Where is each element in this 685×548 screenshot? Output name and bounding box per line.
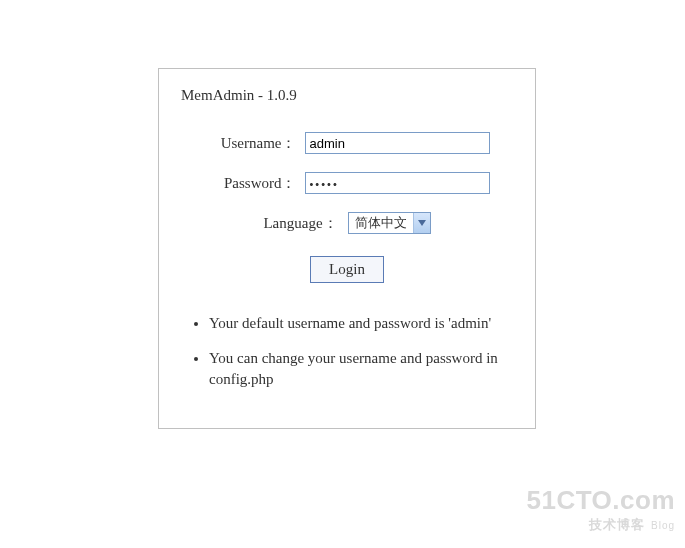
notes-list: Your default username and password is 'a…: [181, 313, 513, 390]
password-input[interactable]: •••••: [305, 172, 490, 194]
note-item: You can change your username and passwor…: [209, 348, 503, 390]
chevron-down-icon: [413, 213, 430, 233]
password-row: Password： •••••: [181, 172, 513, 194]
button-row: Login: [181, 256, 513, 283]
language-selected-text: 简体中文: [349, 214, 413, 232]
watermark-sub: 技术博客Blog: [526, 516, 675, 534]
language-select[interactable]: 简体中文: [348, 212, 431, 234]
language-label: Language：: [263, 214, 337, 233]
watermark: 51CTO.com 技术博客Blog: [526, 485, 675, 534]
login-button[interactable]: Login: [310, 256, 384, 283]
note-item: Your default username and password is 'a…: [209, 313, 503, 334]
app-title: MemAdmin - 1.0.9: [181, 87, 513, 104]
username-row: Username：: [181, 132, 513, 154]
language-row: Language： 简体中文: [181, 212, 513, 234]
username-input[interactable]: [305, 132, 490, 154]
watermark-main: 51CTO.com: [526, 485, 675, 516]
login-panel: MemAdmin - 1.0.9 Username： Password： •••…: [158, 68, 536, 429]
username-label: Username：: [205, 134, 305, 153]
password-label: Password：: [205, 174, 305, 193]
